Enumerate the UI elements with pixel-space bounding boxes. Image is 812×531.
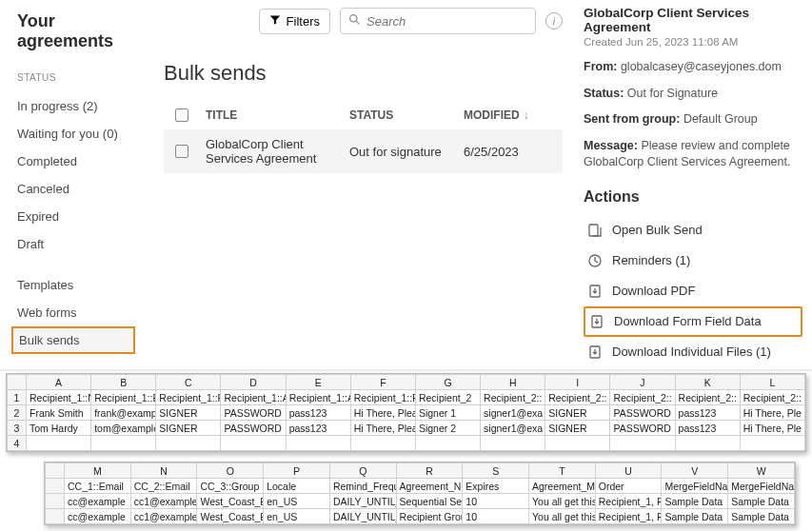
sidebar-item[interactable]: Draft — [17, 230, 152, 258]
action-label: Download PDF — [612, 284, 695, 298]
cell: Recipient Group se — [396, 509, 463, 524]
clock-icon — [587, 253, 603, 268]
col-head: G — [415, 375, 480, 390]
cell: West_Coast_E — [197, 494, 264, 509]
col-title[interactable]: TITLE — [206, 108, 349, 122]
col-head: P — [264, 463, 330, 479]
cell: Sample Data — [728, 509, 795, 524]
sidebar-item[interactable]: Web forms — [17, 299, 152, 326]
cell: 10 — [463, 494, 529, 509]
details-panel: GlobalCorp Client Services Agreement Cre… — [574, 0, 812, 369]
filters-button[interactable]: Filters — [259, 9, 330, 34]
action-download-form-field-data[interactable]: Download Form Field Data — [584, 306, 802, 337]
row-title: GlobalCorp Client Services Agreement — [206, 137, 349, 166]
col-head: W — [728, 463, 795, 479]
cell: Remind_Frequency — [329, 479, 396, 494]
cell: pass123 — [675, 421, 740, 436]
cell: Recipient_2:: — [675, 390, 740, 405]
cell: Recipient_2:: — [740, 390, 804, 405]
cell: SIGNER — [545, 421, 610, 436]
cell: frank@example.co — [91, 405, 156, 421]
cell — [675, 436, 740, 451]
cell: Sequential Send - s — [396, 494, 463, 509]
col-head: A — [27, 375, 91, 390]
cell: Agreement_Name — [396, 479, 463, 494]
cell: Sample Data — [662, 494, 728, 509]
row-head: 2 — [8, 405, 27, 421]
sidebar-item[interactable]: Expired — [17, 203, 152, 230]
select-all-checkbox[interactable] — [175, 108, 188, 122]
search-input[interactable] — [366, 14, 527, 29]
status-row: Status: Out for Signature — [584, 86, 802, 103]
cell: SIGNER — [156, 421, 221, 436]
cell: pass123 — [286, 405, 350, 421]
action-open-bulk-send[interactable]: Open Bulk Send — [584, 215, 802, 246]
col-head: V — [662, 463, 728, 479]
cell: pass123 — [675, 405, 740, 421]
col-head: F — [350, 375, 415, 390]
cell: Hi There, Ple — [740, 405, 804, 421]
svg-point-0 — [350, 15, 357, 22]
col-head: I — [545, 375, 610, 390]
search-field[interactable] — [340, 8, 536, 34]
cell: Recipient_1, Recip — [595, 509, 662, 524]
cell: You all get this message — [529, 509, 596, 524]
cell: cc@example — [65, 494, 131, 509]
col-head: B — [91, 375, 156, 390]
sidebar-item[interactable]: Waiting for you (0) — [17, 120, 152, 148]
col-head: D — [221, 375, 286, 390]
table-header: TITLE STATUS MODIFIED↓ — [164, 101, 563, 129]
cell: cc1@example — [130, 509, 197, 524]
main-content: Filters i Bulk sends TITLE STATUS MODIFI… — [152, 0, 574, 369]
row-head: 1 — [8, 390, 27, 405]
cell: Tom Hardy — [27, 421, 91, 436]
open-icon — [587, 223, 603, 238]
action-download-individual-files-1-[interactable]: Download Individual Files (1) — [584, 337, 802, 367]
col-status[interactable]: STATUS — [349, 108, 464, 122]
cell: DAILY_UNTIL_SIGNED — [329, 494, 396, 509]
sidebar-item[interactable]: Completed — [17, 148, 152, 175]
filters-label: Filters — [287, 14, 320, 29]
cell: Recipient_2 — [415, 390, 480, 405]
cell: signer1@exa — [481, 405, 545, 421]
cell: 10 — [463, 509, 529, 524]
status-section-label: STATUS — [17, 72, 152, 83]
cell: Hi There, Ple — [740, 421, 804, 436]
row-head: 3 — [8, 421, 27, 436]
cell — [286, 436, 350, 451]
action-label: Open Bulk Send — [612, 223, 703, 237]
sidebar-item[interactable]: Canceled — [17, 175, 152, 203]
cell: Order — [595, 479, 662, 494]
sidebar-item[interactable]: In progress (2) — [17, 92, 152, 120]
cell: cc1@example — [130, 494, 197, 509]
col-head: O — [197, 463, 264, 479]
row-modified: 6/25/2023 — [464, 145, 559, 159]
page-title: Your agreements — [17, 11, 152, 51]
sidebar-item[interactable]: Templates — [17, 271, 152, 299]
actions-heading: Actions — [584, 188, 802, 206]
row-checkbox[interactable] — [175, 145, 188, 158]
table-row[interactable]: GlobalCorp Client Services AgreementOut … — [164, 129, 563, 173]
col-head: N — [130, 463, 197, 479]
cell — [91, 436, 156, 451]
cell: Frank Smith — [27, 405, 91, 421]
cell: West_Coast_E — [197, 509, 264, 524]
action-reminders-1-[interactable]: Reminders (1) — [584, 246, 802, 276]
cell: tom@example.co — [91, 421, 156, 436]
cell: cc@example — [65, 509, 131, 524]
cell — [610, 436, 675, 451]
cell: Recipient_1::Email — [91, 390, 156, 405]
svg-line-1 — [356, 21, 359, 24]
info-icon[interactable]: i — [545, 12, 563, 30]
cell: Signer 2 — [415, 421, 480, 436]
spreadsheet-2: MNOPQRSTUVWCC_1::EmailCC_2::EmailCC_3::G… — [44, 462, 796, 525]
cell — [481, 436, 545, 451]
action-download-pdf[interactable]: Download PDF — [584, 276, 802, 306]
svg-rect-2 — [589, 225, 598, 236]
col-modified[interactable]: MODIFIED↓ — [464, 108, 559, 122]
sidebar-item[interactable]: Bulk sends — [11, 326, 135, 354]
cell: Recipient_1, Recip — [595, 494, 662, 509]
action-label: Download Individual Files (1) — [612, 344, 771, 359]
cell: Recipient_2:: — [545, 390, 610, 405]
col-head: R — [396, 463, 463, 479]
